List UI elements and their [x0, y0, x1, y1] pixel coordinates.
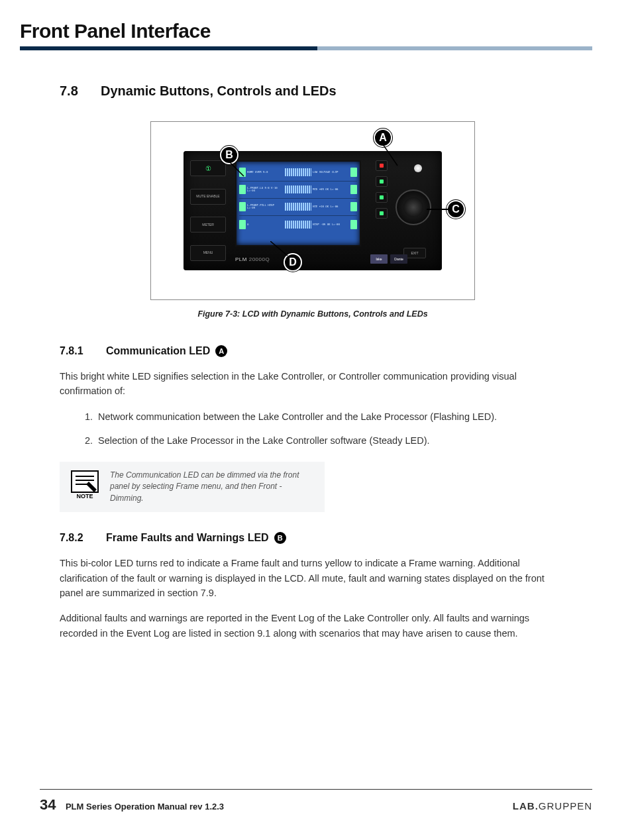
device-left-buttons: ① MUTE ENABLE METER MENU	[190, 160, 226, 261]
page-footer: 34 PLM Series Operation Manual rev 1.2.3…	[40, 789, 592, 814]
subsection-782-title: Frame Faults and Warnings LED	[106, 532, 269, 544]
page-header-title: Front Panel Interface	[20, 20, 592, 42]
section-heading: 7.8Dynamic Buttons, Controls and LEDs	[60, 83, 566, 99]
s781-paragraph-1: This bright white LED signifies selectio…	[60, 369, 566, 399]
svg-text:NOTE: NOTE	[76, 493, 93, 499]
document-title: PLM Series Operation Manual rev 1.2.3	[66, 802, 224, 812]
s782-paragraph-2: Additional faults and warnings are repor…	[60, 611, 566, 641]
menu-button: MENU	[190, 245, 226, 261]
callout-a-line	[383, 144, 403, 171]
callout-b-line	[229, 162, 249, 182]
device-panel: ① MUTE ENABLE METER MENU HOME OVER 9:0LO…	[184, 151, 442, 270]
note-text: The Communication LED can be dimmed via …	[110, 470, 314, 504]
callout-c: C	[447, 200, 465, 219]
figure-7-3: ① MUTE ENABLE METER MENU HOME OVER 9:0LO…	[150, 121, 475, 300]
figure-wrap: ① MUTE ENABLE METER MENU HOME OVER 9:0LO…	[60, 121, 566, 325]
subsection-781-title: Communication LED	[106, 345, 210, 357]
s782-paragraph-1: This bi-color LED turns red to indicate …	[60, 556, 566, 600]
brand-logo: LAB.GRUPPEN	[513, 800, 592, 812]
subsection-782-number: 7.8.2	[60, 532, 101, 544]
lake-logo: lake	[370, 254, 388, 264]
rotary-encoder	[395, 189, 431, 225]
dynamic-button-4	[376, 208, 388, 219]
callout-d-line	[270, 241, 290, 261]
figure-caption: Figure 7-3: LCD with Dynamic Buttons, Co…	[197, 309, 427, 319]
subsection-781-number: 7.8.1	[60, 345, 101, 357]
badge-b: B	[274, 532, 286, 544]
device-bottom-strip: PLM 20000Q lake Dante	[235, 254, 407, 264]
subsection-781-heading: 7.8.1 Communication LED A	[60, 345, 566, 357]
page-number: 34	[40, 796, 56, 813]
s781-list-item-1: Network communication between the Lake C…	[95, 409, 566, 424]
svg-line-1	[229, 162, 244, 176]
note-box: NOTE The Communication LED can be dimmed…	[60, 462, 325, 512]
page-content: 7.8Dynamic Buttons, Controls and LEDs ① …	[20, 50, 592, 641]
s781-list-item-2: Selection of the Lake Processor in the L…	[95, 433, 566, 448]
dante-logo: Dante	[390, 254, 407, 264]
svg-line-2	[270, 241, 288, 256]
callout-c-line	[427, 209, 448, 210]
svg-line-0	[383, 144, 397, 166]
device-right-controls: EXIT	[376, 158, 435, 264]
meter-button: METER	[190, 217, 226, 233]
dynamic-button-2	[376, 176, 388, 187]
header-rule	[20, 46, 592, 50]
note-icon: NOTE	[70, 470, 99, 499]
s781-list: Network communication between the Lake C…	[95, 409, 566, 448]
lcd-screen: HOME OVER 9:0LOW VOLTAGE CLIP L.FRONT.LA…	[235, 160, 361, 246]
communication-led	[414, 164, 422, 172]
section-number: 7.8	[60, 83, 101, 99]
model-label: PLM 20000Q	[235, 256, 270, 262]
mute-enable-button: MUTE ENABLE	[190, 189, 226, 205]
section-title: Dynamic Buttons, Controls and LEDs	[101, 83, 337, 98]
power-button: ①	[190, 160, 226, 176]
badge-a: A	[215, 345, 227, 357]
subsection-782-heading: 7.8.2 Frame Faults and Warnings LED B	[60, 532, 566, 544]
footer-rule	[40, 789, 592, 790]
dynamic-button-3	[376, 192, 388, 203]
